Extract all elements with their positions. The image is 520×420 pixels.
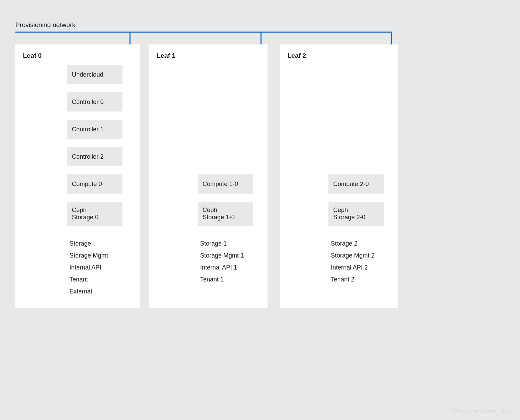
- net-label-external: External: [69, 288, 92, 295]
- node-controller-2: Controller 2: [67, 147, 122, 166]
- leaf-1-panel: Leaf 1 Compute 1-0 Ceph Storage 1-0 Stor…: [149, 44, 268, 308]
- leaf-0-title: Leaf 0: [23, 52, 42, 60]
- net-label-storage-mgmt: Storage Mgmt: [69, 252, 108, 259]
- net-label-storage-1: Storage 1: [200, 240, 227, 247]
- net-label-storage-mgmt-2: Storage Mgmt 2: [331, 252, 375, 259]
- net-label-tenant: Tenant: [69, 276, 88, 283]
- leaf-2-panel: Leaf 2 Compute 2-0 Ceph Storage 2-0 Stor…: [280, 44, 398, 308]
- leaf-0-panel: Leaf 0 Undercloud Controller 0 Controlle…: [15, 44, 140, 308]
- net-label-internal-api: Internal API: [69, 264, 101, 271]
- node-compute-0: Compute 0: [67, 174, 122, 194]
- provisioning-network-label: Provisioning network: [15, 21, 75, 29]
- net-label-internal-api-1: Internal API 1: [200, 264, 237, 271]
- net-label-tenant-1: Tenant 1: [200, 276, 224, 283]
- leaf-2-title: Leaf 2: [287, 52, 306, 60]
- node-undercloud: Undercloud: [67, 65, 122, 84]
- node-controller-0: Controller 0: [67, 92, 122, 111]
- node-ceph-storage-2-0: Ceph Storage 2-0: [328, 202, 384, 226]
- node-ceph-storage-0: Ceph Storage 0: [67, 202, 122, 226]
- node-controller-1: Controller 1: [67, 120, 122, 139]
- diagram-canvas: Provisioning network 249_OpenStack_0522: [0, 0, 520, 420]
- watermark-label: 249_OpenStack_0522: [452, 408, 513, 415]
- net-label-internal-api-2: Internal API 2: [331, 264, 368, 271]
- node-compute-2-0: Compute 2-0: [328, 174, 384, 194]
- net-label-storage: Storage: [69, 240, 91, 247]
- leaf-1-title: Leaf 1: [157, 52, 176, 60]
- net-label-storage-2: Storage 2: [331, 240, 358, 247]
- node-ceph-storage-1-0: Ceph Storage 1-0: [198, 202, 253, 226]
- node-compute-1-0: Compute 1-0: [198, 174, 253, 194]
- net-label-storage-mgmt-1: Storage Mgmt 1: [200, 252, 244, 259]
- net-label-tenant-2: Tenant 2: [331, 276, 354, 283]
